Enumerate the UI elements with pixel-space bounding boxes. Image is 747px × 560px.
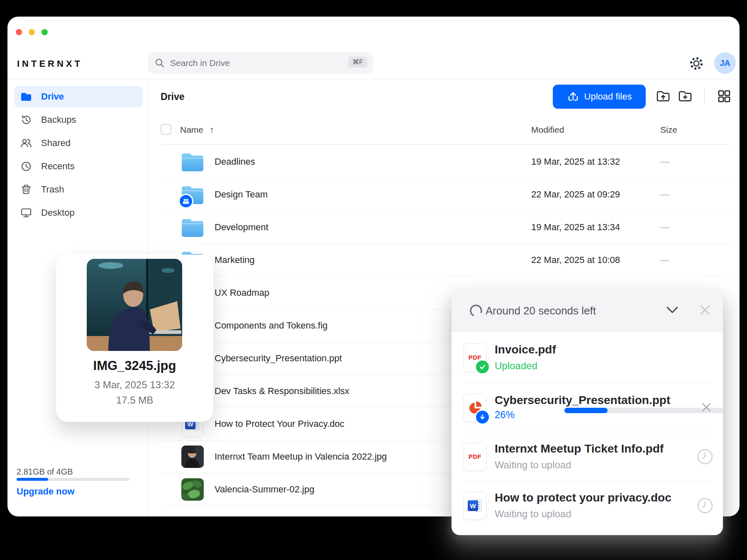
column-header-modified[interactable]: Modified xyxy=(531,125,564,135)
cancel-upload-icon[interactable] xyxy=(701,402,712,413)
file-name: Development xyxy=(215,222,269,233)
search-input[interactable]: Search in Drive ⌘F xyxy=(148,52,373,73)
photo-thumbnail xyxy=(181,478,204,501)
upload-item-name: Internxt Meetup Ticket Info.pdf xyxy=(495,442,664,455)
grid-view-icon xyxy=(717,89,732,104)
file-name: Dev Tasks & Responsibilities.xlsx xyxy=(215,386,349,397)
sidebar-item-label: Desktop xyxy=(41,207,75,218)
preview-filename: IMG_3245.jpg xyxy=(56,358,213,373)
upload-item-status: Waiting to upload xyxy=(495,459,664,471)
window-minimize-button[interactable] xyxy=(29,29,35,35)
toolbar-divider xyxy=(704,89,705,103)
file-size: — xyxy=(660,222,669,233)
file-size: — xyxy=(660,189,669,200)
upload-progress-bar xyxy=(564,408,723,413)
file-name: Cybersecurity_Presentation.ppt xyxy=(215,353,342,364)
table-row[interactable]: Marketing 22 Mar, 2025 at 10:08 — xyxy=(161,243,730,277)
upload-item: Cybersecurity_Presentation.ppt 26% xyxy=(452,383,723,432)
sidebar-item-recents[interactable]: Recents xyxy=(14,156,143,177)
download-arrow-badge-icon xyxy=(475,409,490,425)
column-header-size[interactable]: Size xyxy=(660,125,677,135)
avatar[interactable]: JA xyxy=(714,52,736,74)
waiting-clock-icon xyxy=(696,497,714,514)
spinner-icon xyxy=(469,304,483,318)
upload-item-name: Invoice.pdf xyxy=(495,343,556,356)
clock-icon xyxy=(20,161,32,172)
folder-icon xyxy=(20,91,32,102)
file-name: Marketing xyxy=(215,255,255,265)
sort-ascending-icon[interactable]: ↑ xyxy=(210,125,214,135)
sidebar-item-label: Drive xyxy=(41,91,64,102)
file-name: How to Protect Your Privacy.doc xyxy=(215,419,344,429)
file-modified: 19 Mar, 2025 at 13:32 xyxy=(531,156,620,167)
upload-item-name: Cybersecurity_Presentation.ppt xyxy=(495,394,723,407)
upload-files-label: Upload files xyxy=(584,91,632,102)
header-divider xyxy=(7,79,740,79)
file-preview-card: IMG_3245.jpg 3 Mar, 2025 13:32 17.5 MB xyxy=(56,255,213,422)
window-zoom-button[interactable] xyxy=(42,29,48,35)
window-close-button[interactable] xyxy=(16,29,22,35)
history-icon xyxy=(20,114,32,126)
file-size: — xyxy=(660,255,669,265)
file-name: Deadlines xyxy=(215,156,255,167)
check-badge-icon xyxy=(475,359,490,375)
sidebar-item-desktop[interactable]: Desktop xyxy=(14,202,143,224)
upload-item: PDF Internxt Meetup Ticket Info.pdf Wait… xyxy=(452,432,723,481)
table-row[interactable]: Deadlines 19 Mar, 2025 at 13:32 — xyxy=(161,145,730,178)
sidebar-item-label: Backups xyxy=(41,114,76,125)
preview-size: 17.5 MB xyxy=(56,394,213,406)
select-all-checkbox[interactable] xyxy=(161,124,171,135)
sidebar-item-label: Recents xyxy=(41,161,75,172)
new-folder-button[interactable] xyxy=(678,89,693,104)
sidebar-item-shared[interactable]: Shared xyxy=(14,132,143,154)
search-icon xyxy=(154,58,165,68)
monitor-icon xyxy=(20,207,32,219)
upload-item-progress-label: 26% xyxy=(495,409,515,421)
storage-progress-fill xyxy=(17,478,48,481)
storage-usage-label: 2.81GB of 4GB xyxy=(17,467,73,477)
upload-folder-button[interactable] xyxy=(656,89,671,104)
settings-button[interactable] xyxy=(689,56,704,71)
file-modified: 22 Mar, 2025 at 09:29 xyxy=(531,189,620,200)
trash-icon xyxy=(20,184,32,195)
preview-date: 3 Mar, 2025 13:32 xyxy=(56,379,213,391)
chevron-down-icon[interactable] xyxy=(666,305,679,314)
file-name: Internxt Team Meetup in Valencia 2022.jp… xyxy=(215,451,387,462)
page-title: Drive xyxy=(161,91,185,102)
file-modified: 19 Mar, 2025 at 13:34 xyxy=(531,222,620,233)
upload-progress-fill xyxy=(564,408,608,413)
internxt-logo: INTERNXT xyxy=(17,58,83,69)
sidebar-item-drive[interactable]: Drive xyxy=(14,86,143,107)
upload-files-button[interactable]: Upload files xyxy=(553,85,646,109)
ppt-file-icon xyxy=(464,394,486,422)
table-header-divider xyxy=(161,144,730,145)
word-doc-icon: W xyxy=(464,492,486,520)
table-row[interactable]: Design Team 22 Mar, 2025 at 09:29 — xyxy=(161,178,730,211)
upload-icon xyxy=(567,90,579,103)
sidebar-item-backups[interactable]: Backups xyxy=(14,109,143,131)
file-size: — xyxy=(660,156,669,167)
pdf-file-icon: PDF xyxy=(464,343,486,372)
folder-icon xyxy=(181,152,204,171)
upload-item-name: How to protect your privacy.doc xyxy=(495,491,671,504)
upload-panel-header: Around 20 seconds left xyxy=(452,290,723,332)
gear-icon xyxy=(689,56,704,71)
folder-icon xyxy=(181,218,204,237)
folder-upload-icon xyxy=(656,89,671,104)
shared-badge-icon xyxy=(178,194,193,209)
sidebar-item-trash[interactable]: Trash xyxy=(14,179,143,200)
close-icon[interactable] xyxy=(699,304,711,316)
upgrade-now-link[interactable]: Upgrade now xyxy=(17,486,74,497)
upload-item: W How to protect your privacy.doc Waitin… xyxy=(452,481,723,530)
waiting-clock-icon xyxy=(696,448,714,465)
upload-item: PDF Invoice.pdf Uploaded xyxy=(452,332,723,383)
sidebar-item-label: Shared xyxy=(41,138,71,149)
table-row[interactable]: Development 19 Mar, 2025 at 13:34 — xyxy=(161,211,730,244)
file-name: UX Roadmap xyxy=(215,287,269,298)
column-header-name[interactable]: Name xyxy=(180,125,203,135)
file-name: Valencia-Summer-02.jpg xyxy=(215,484,314,495)
grid-view-button[interactable] xyxy=(717,89,732,104)
upload-progress-panel: Around 20 seconds left PDF Invoice.pdf U… xyxy=(452,290,723,535)
sidebar-item-label: Trash xyxy=(41,184,64,195)
svg-text:W: W xyxy=(470,502,476,509)
